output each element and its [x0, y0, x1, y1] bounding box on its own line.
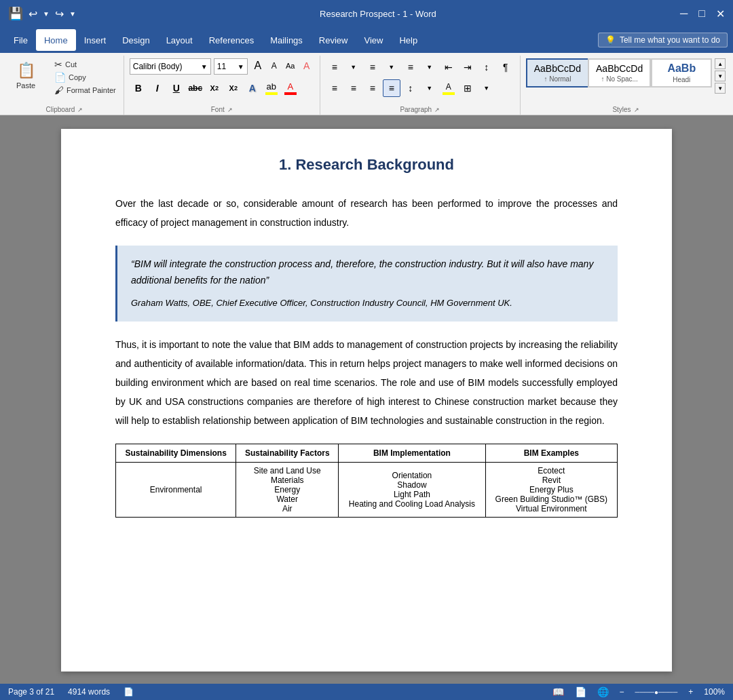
tell-me-box[interactable]: 💡 Tell me what you want to do	[598, 33, 728, 47]
sustainability-table: Sustainability Dimensions Sustainability…	[115, 444, 618, 518]
menu-help[interactable]: Help	[391, 29, 426, 51]
decrease-indent-button[interactable]: ⇤	[440, 58, 457, 76]
clipboard-expand-icon[interactable]: ↗	[77, 106, 83, 113]
italic-button[interactable]: I	[149, 79, 166, 97]
quote-text: “BIM will integrate the construction pro…	[131, 256, 604, 289]
font-name-chevron: ▼	[201, 63, 208, 71]
maximize-button[interactable]: □	[698, 7, 705, 20]
menu-review[interactable]: Review	[311, 29, 356, 51]
styles-scroll-up[interactable]: ▲	[715, 58, 726, 69]
format-painter-label: Format Painter	[67, 86, 116, 94]
zoom-out-icon[interactable]: −	[620, 687, 624, 697]
numbering-dropdown[interactable]: ▼	[383, 58, 400, 76]
styles-scroll-buttons: ▲ ▼ ▼	[715, 58, 726, 94]
styles-group: AaBbCcDd ↑ Normal AaBbCcDd ↑ No Spac... …	[521, 56, 732, 115]
style-heading-card[interactable]: AaBb Headi	[651, 58, 712, 88]
save-icon[interactable]: 💾	[8, 6, 23, 21]
increase-font-button[interactable]: A	[250, 58, 265, 73]
font-expand-icon[interactable]: ↗	[227, 106, 233, 113]
minimize-button[interactable]: ─	[680, 7, 688, 20]
styles-expand-icon[interactable]: ↗	[634, 106, 639, 113]
redo-icon[interactable]: ↪	[55, 7, 64, 20]
quick-access-dropdown[interactable]: ▼	[69, 10, 76, 18]
document-area: 1. Research Background Over the last dec…	[0, 115, 733, 685]
styles-scroll-down[interactable]: ▼	[715, 71, 726, 81]
borders-dropdown[interactable]: ▼	[478, 79, 495, 97]
word-count: 4914 words	[68, 687, 110, 697]
menu-bar: File Home Insert Design Layout Reference…	[0, 27, 733, 53]
shading-button[interactable]: A	[440, 79, 457, 97]
sort-button[interactable]: ↕	[478, 58, 495, 76]
clipboard-content: 📋 Paste ✂ Cut 📄 Copy 🖌 Format Painter	[11, 56, 118, 106]
paste-button[interactable]: 📋 Paste	[11, 58, 41, 91]
line-spacing-dropdown[interactable]: ▼	[421, 79, 438, 97]
numbering-button[interactable]: ≡	[364, 58, 381, 76]
align-right-button[interactable]: ≡	[364, 79, 381, 97]
menu-home[interactable]: Home	[36, 29, 76, 51]
bullets-dropdown[interactable]: ▼	[345, 58, 362, 76]
menu-file[interactable]: File	[5, 29, 36, 51]
style-normal-card[interactable]: AaBbCcDd ↑ Normal	[526, 58, 588, 88]
menu-mailings[interactable]: Mailings	[262, 29, 311, 51]
close-button[interactable]: ✕	[716, 7, 725, 20]
underline-button[interactable]: U	[168, 79, 185, 97]
cut-button[interactable]: ✂ Cut	[52, 58, 118, 71]
menu-insert[interactable]: Insert	[76, 29, 115, 51]
style-nospace-card[interactable]: AaBbCcDd ↑ No Spac...	[588, 58, 651, 88]
menu-layout[interactable]: Layout	[158, 29, 201, 51]
bold-button[interactable]: B	[130, 79, 147, 97]
align-left-button[interactable]: ≡	[326, 79, 343, 97]
paste-icon: 📋	[15, 60, 37, 81]
multilevel-dropdown[interactable]: ▼	[421, 58, 438, 76]
undo-icon[interactable]: ↩	[29, 7, 37, 20]
strikethrough-button[interactable]: abc	[187, 79, 204, 97]
multilevel-list-button[interactable]: ≡	[402, 58, 419, 76]
styles-cards: AaBbCcDd ↑ Normal AaBbCcDd ↑ No Spac... …	[526, 58, 713, 88]
paragraph-2: Thus, it is important to note the value …	[115, 335, 618, 430]
zoom-slider[interactable]: ────●────	[635, 688, 678, 696]
view-web-icon[interactable]: 🌐	[597, 686, 609, 697]
undo-dropdown-icon[interactable]: ▼	[43, 10, 50, 18]
font-group: Calibri (Body) ▼ 11 ▼ A A Aa A B I U ab	[124, 56, 320, 115]
format-painter-button[interactable]: 🖌 Format Painter	[52, 84, 118, 96]
format-buttons-row: B I U abc X2 X2 A ab A	[130, 79, 299, 97]
view-read-icon[interactable]: 📖	[552, 686, 564, 697]
menu-view[interactable]: View	[356, 29, 391, 51]
paragraph-expand-icon[interactable]: ↗	[434, 106, 440, 113]
align-center-button[interactable]: ≡	[345, 79, 362, 97]
text-effects-button[interactable]: A	[244, 79, 261, 97]
style-normal-name: ↑ Normal	[544, 75, 571, 83]
font-content: Calibri (Body) ▼ 11 ▼ A A Aa A B I U ab	[130, 56, 314, 106]
font-color-bar	[284, 92, 297, 95]
status-right: 📖 📄 🌐 − ────●──── + 100%	[552, 686, 725, 697]
bullets-button[interactable]: ≡	[326, 58, 343, 76]
subscript-button[interactable]: X2	[206, 79, 223, 97]
clear-format-button[interactable]: A	[299, 58, 314, 73]
superscript-button[interactable]: X2	[225, 79, 242, 97]
copy-button[interactable]: 📄 Copy	[52, 71, 118, 83]
styles-expand[interactable]: ▼	[715, 83, 726, 94]
show-formatting-button[interactable]: ¶	[497, 58, 514, 76]
highlight-color-bar	[265, 92, 278, 95]
menu-references[interactable]: References	[201, 29, 262, 51]
view-layout-icon[interactable]: 📄	[575, 686, 586, 697]
font-color-button[interactable]: A	[282, 79, 299, 97]
highlight-color-button[interactable]: ab	[263, 79, 280, 97]
borders-button[interactable]: ⊞	[459, 79, 476, 97]
font-size-chevron: ▼	[238, 63, 244, 71]
window-controls: ─ □ ✕	[680, 7, 725, 20]
increase-indent-button[interactable]: ⇥	[459, 58, 476, 76]
decrease-font-button[interactable]: A	[267, 58, 282, 73]
change-case-button[interactable]: Aa	[283, 58, 298, 73]
menu-design[interactable]: Design	[114, 29, 157, 51]
paste-label: Paste	[16, 81, 35, 90]
line-spacing-button[interactable]: ↕	[402, 79, 419, 97]
para-list-row: ≡ ▼ ≡ ▼ ≡ ▼ ⇤ ⇥ ↕ ¶	[326, 58, 514, 76]
style-heading-name: Headi	[673, 76, 690, 83]
zoom-in-icon[interactable]: +	[688, 687, 693, 697]
font-size-select[interactable]: 11 ▼	[214, 58, 248, 75]
table-header-bim-ex: BIM Examples	[485, 444, 617, 462]
justify-button[interactable]: ≡	[383, 79, 400, 97]
style-nospace-preview: AaBbCcDd	[596, 63, 643, 74]
font-name-select[interactable]: Calibri (Body) ▼	[130, 58, 211, 75]
